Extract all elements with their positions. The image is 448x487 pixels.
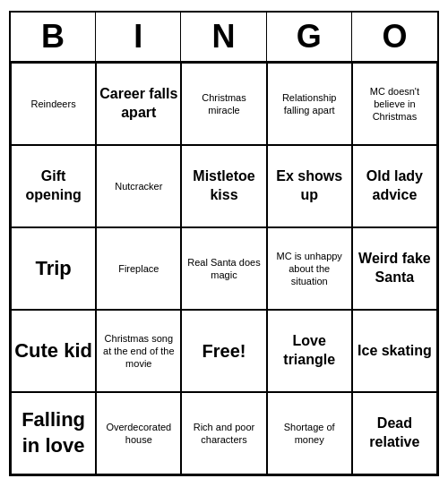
bingo-letter: O (352, 13, 437, 61)
bingo-cell: Fireplace (96, 227, 181, 310)
bingo-cell: Mistletoe kiss (181, 145, 266, 227)
bingo-cell: Dead relative (352, 392, 437, 474)
bingo-cell: Real Santa does magic (181, 227, 266, 310)
bingo-cell: Old lady advice (352, 145, 437, 227)
bingo-cell: Nutcracker (96, 145, 181, 227)
bingo-header: BINGO (11, 13, 437, 63)
bingo-cell: Cute kid (11, 310, 96, 392)
bingo-cell: Trip (11, 227, 96, 310)
bingo-cell: Relationship falling apart (267, 63, 352, 145)
bingo-cell: Overdecorated house (96, 392, 181, 474)
bingo-cell: Shortage of money (267, 392, 352, 474)
bingo-grid: ReindeersCareer falls apartChristmas mir… (11, 63, 437, 474)
bingo-cell: MC is unhappy about the situation (267, 227, 352, 310)
bingo-cell: Gift opening (11, 145, 96, 227)
bingo-letter: N (181, 13, 266, 61)
bingo-cell: Ice skating (352, 310, 437, 392)
bingo-cell: Falling in love (11, 392, 96, 474)
bingo-cell: Career falls apart (96, 63, 181, 145)
bingo-cell: Ex shows up (267, 145, 352, 227)
bingo-cell: Free! (181, 310, 266, 392)
bingo-cell: Rich and poor characters (181, 392, 266, 474)
bingo-cell: MC doesn't believe in Christmas (352, 63, 437, 145)
bingo-letter: B (11, 13, 96, 61)
bingo-letter: G (267, 13, 352, 61)
bingo-letter: I (96, 13, 181, 61)
bingo-cell: Love triangle (267, 310, 352, 392)
bingo-cell: Reindeers (11, 63, 96, 145)
bingo-card: BINGO ReindeersCareer falls apartChristm… (9, 11, 439, 476)
bingo-cell: Weird fake Santa (352, 227, 437, 310)
bingo-cell: Christmas miracle (181, 63, 266, 145)
bingo-cell: Christmas song at the end of the movie (96, 310, 181, 392)
